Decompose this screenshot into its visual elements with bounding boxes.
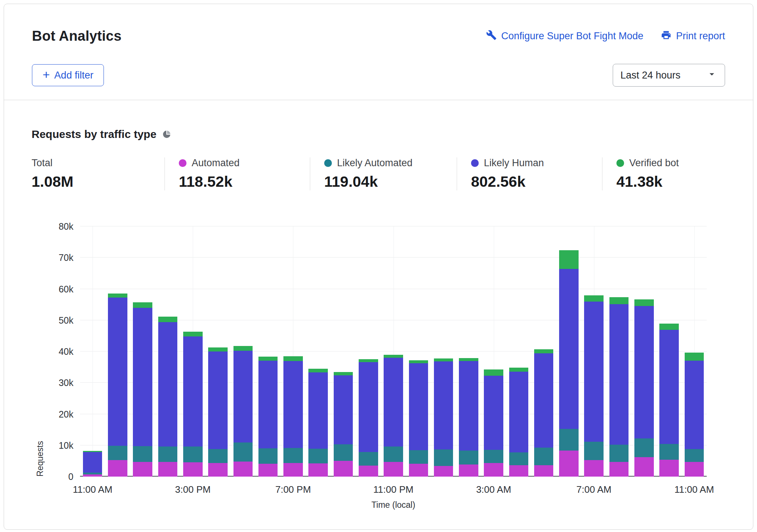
stacked-bar [459,358,478,477]
bar-slot [606,226,631,477]
bar-segment-likely-automated [484,450,503,463]
stat-label: Likely Automated [337,157,413,169]
bar-segment-automated [183,462,203,477]
stat-automated: Automated 118.52k [164,157,310,190]
time-range-select[interactable]: Last 24 hours [613,64,725,87]
bar-segment-likely-human [384,358,403,447]
bar-segment-likely-automated [609,445,629,462]
bar-segment-likely-human [308,372,328,449]
stat-total: Total 1.08M [32,157,164,190]
bar-segment-likely-automated [158,447,178,462]
bar-segment-likely-automated [133,446,152,462]
bar-slot [582,226,606,477]
bar-slot [130,226,155,477]
bar-slot [256,226,280,477]
bar-segment-verified-bot [108,294,127,297]
bar-segment-likely-human [409,363,428,450]
bar-slot [105,226,130,477]
stat-label: Total [32,157,52,169]
bar-slot [531,226,556,477]
stacked-bar [634,299,654,477]
bar-segment-likely-automated [384,447,403,462]
bar-segment-likely-human [634,306,654,439]
print-report-link[interactable]: Print report [661,30,725,43]
bar-segment-verified-bot [308,369,328,372]
bar-segment-likely-human [559,269,579,429]
wrench-icon [486,30,497,43]
bar-segment-likely-automated [258,448,278,464]
y-tick-label: 10k [59,440,73,451]
bar-segment-verified-bot [158,317,178,322]
bar-segment-likely-human [484,376,503,449]
bar-segment-likely-automated [634,438,654,457]
bar-segment-automated [509,465,529,477]
stacked-bar [133,302,152,477]
bar-segment-automated [584,460,604,477]
x-tick-label: 7:00 PM [275,484,311,495]
stacked-bar [283,356,303,477]
legend-dot [324,159,332,167]
time-range-value: Last 24 hours [620,70,681,81]
bar-segment-likely-human [83,452,102,473]
configure-link-label: Configure Super Bot Fight Mode [501,30,643,42]
bar-segment-verified-bot [409,360,428,363]
bar-slot [506,226,531,477]
stat-verified-bot: Verified bot 41.38k [602,157,725,190]
x-axis: 11:00 AM3:00 PM7:00 PM11:00 PM3:00 AM7:0… [80,481,707,496]
bar-slot [231,226,256,477]
stat-label: Automated [192,157,240,169]
bar-segment-likely-human [158,322,178,447]
bar-segment-automated [283,463,303,477]
bar-segment-automated [158,462,178,477]
stacked-bar [359,359,378,477]
bar-segment-verified-bot [434,358,453,362]
pie-chart-icon [162,130,171,139]
bar-segment-automated [634,457,654,477]
x-tick-label: 11:00 AM [73,484,112,495]
stat-value: 41.38k [616,173,720,190]
print-link-label: Print report [676,30,725,42]
stacked-bar [208,347,228,477]
bar-segment-verified-bot [534,349,554,353]
bar-segment-automated [434,466,453,477]
y-axis-title: Requests [35,226,45,477]
bar-segment-likely-automated [308,449,328,463]
x-tick-label: 11:00 AM [674,484,714,495]
bar-segment-likely-human [584,302,604,442]
stacked-bar [434,358,453,477]
stacked-bar [258,357,278,477]
card-header: Bot Analytics Configure Super Bot Fight … [4,4,753,100]
bar-segment-automated [133,462,152,477]
bar-segment-likely-automated [459,451,478,464]
bars-layer [80,226,707,477]
bar-slot [631,226,656,477]
bar-segment-automated [108,460,127,477]
stacked-bar [484,369,503,477]
stacked-bar [158,317,178,477]
bar-segment-likely-automated [334,444,353,460]
bar-segment-likely-human [659,330,679,444]
bar-segment-automated [258,464,278,477]
bar-segment-automated [459,464,478,477]
stacked-bar [559,250,579,477]
stacked-bar [659,324,679,477]
add-filter-button[interactable]: + Add filter [32,64,104,86]
y-tick-label: 70k [59,252,73,263]
stat-value: 1.08M [32,173,159,190]
bar-segment-automated [384,462,403,477]
bar-slot [306,226,331,477]
bar-segment-automated [659,460,679,477]
x-tick-label: 11:00 PM [373,484,413,495]
stat-value: 802.56k [471,173,596,190]
bar-segment-likely-automated [359,452,378,466]
bar-slot [556,226,581,477]
card-body: Requests by traffic type Total 1.08M Aut… [4,100,753,510]
bar-segment-likely-human [108,298,127,446]
x-tick-label: 3:00 AM [476,484,511,495]
add-filter-label: Add filter [54,70,94,81]
configure-super-bot-fight-mode-link[interactable]: Configure Super Bot Fight Mode [486,30,643,43]
stat-label: Likely Human [484,157,544,169]
stat-label: Verified bot [629,157,679,169]
bar-segment-verified-bot [359,359,378,362]
stacked-bar [685,353,704,477]
